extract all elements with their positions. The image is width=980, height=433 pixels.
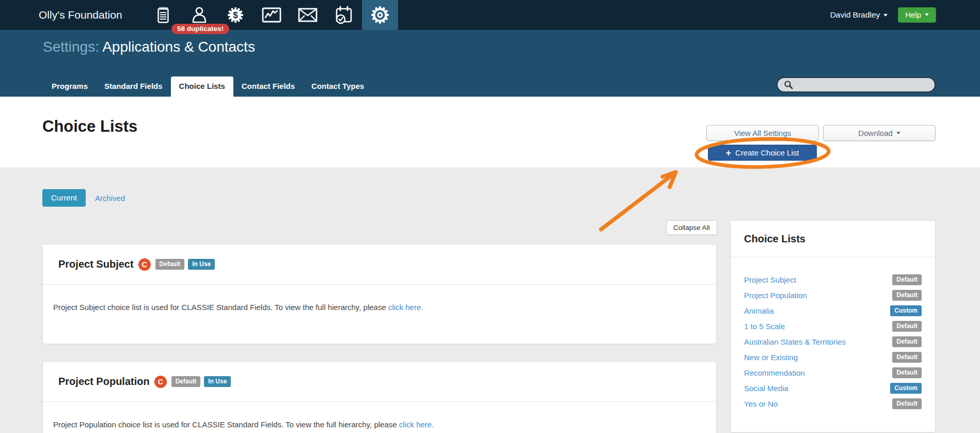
tab-contact-types[interactable]: Contact Types (303, 76, 372, 97)
applications-icon (154, 5, 172, 25)
in-use-badge: In Use (188, 259, 215, 270)
list-item: New or Existing Default (744, 349, 922, 365)
nav-item-tasks[interactable] (326, 0, 362, 30)
sidebar-item-recommendation[interactable]: Recommendation (744, 368, 805, 377)
current-filter-button[interactable]: Current (42, 189, 86, 207)
svg-text:$: $ (233, 10, 238, 20)
panel-title[interactable]: Project Population (58, 376, 150, 388)
app-window: Olly's Foundation (0, 0, 980, 433)
in-use-badge: In Use (204, 376, 231, 387)
contacts-icon (189, 5, 209, 25)
tasks-icon (334, 5, 354, 25)
settings-title-main: Applications & Contacts (102, 39, 255, 55)
default-badge: Default (155, 259, 185, 270)
settings-tabs: Programs Standard Fields Choice Lists Co… (43, 76, 372, 97)
sidebar-item-1-to-5-scale[interactable]: 1 to 5 Scale (744, 322, 785, 331)
panel-heading: Project Population C Default In Use (43, 362, 716, 402)
choice-list-panel-project-population: Project Population C Default In Use Proj… (42, 361, 717, 433)
settings-subheader: Settings: Applications & Contacts Progra… (0, 30, 980, 97)
download-label: Download (858, 129, 893, 137)
tab-programs[interactable]: Programs (43, 76, 96, 97)
panel-body-text: Project Population choice list is used f… (53, 420, 397, 429)
list-item: Project Subject Default (744, 272, 922, 287)
chevron-down-icon (883, 14, 888, 17)
panel-heading: Project Subject C Default In Use (43, 244, 716, 285)
sidebar-item-animalia[interactable]: Animalia (744, 306, 774, 315)
list-item: Animalia Custom (744, 303, 922, 318)
classie-badge-icon: C (138, 258, 151, 271)
status-badge: Default (892, 367, 922, 378)
list-item: Project Population Default (744, 287, 922, 303)
download-button[interactable]: Download (823, 125, 936, 141)
click-here-link[interactable]: click here. (399, 420, 434, 429)
create-choice-list-label: Create Choice List (735, 148, 799, 157)
page-title: Settings: Applications & Contacts (43, 39, 255, 55)
choice-lists-sidebar: Choice Lists Project Subject Default Pro… (730, 220, 936, 432)
navbar-right: David Bradley Help (830, 0, 936, 30)
click-here-link[interactable]: click here. (388, 303, 423, 312)
list-item: Social Media Custom (744, 380, 922, 396)
create-choice-list-button[interactable]: + Create Choice List (708, 145, 817, 161)
status-badge: Default (892, 398, 922, 409)
status-badge: Custom (890, 383, 922, 394)
tab-standard-fields[interactable]: Standard Fields (96, 76, 171, 97)
user-name: David Bradley (830, 10, 880, 20)
top-navbar: Olly's Foundation (0, 0, 980, 30)
panel-body-text: Project Subject choice list is used for … (53, 303, 386, 312)
sidebar-item-project-population[interactable]: Project Population (744, 291, 807, 300)
status-badge: Default (892, 321, 922, 332)
choice-lists-heading: Choice Lists (42, 117, 137, 136)
sidebar-list: Project Subject Default Project Populati… (731, 257, 935, 411)
payments-icon: $ (226, 5, 245, 25)
classie-badge-icon: C (154, 376, 167, 388)
plus-icon: + (726, 148, 732, 158)
tab-contact-fields[interactable]: Contact Fields (233, 76, 303, 97)
nav-item-reports[interactable] (254, 0, 290, 30)
chevron-down-icon (896, 132, 900, 134)
sidebar-item-social-media[interactable]: Social Media (744, 384, 788, 393)
sidebar-item-project-subject[interactable]: Project Subject (744, 275, 796, 284)
page-header-band: Choice Lists View All Settings Download … (0, 97, 980, 167)
settings-title-prefix: Settings: (43, 39, 99, 55)
help-label: Help (905, 10, 921, 19)
sidebar-item-australian-states[interactable]: Australian States & Territories (744, 337, 846, 346)
view-all-settings-button[interactable]: View All Settings (706, 125, 819, 141)
search-input[interactable] (797, 81, 928, 89)
panel-title[interactable]: Project Subject (58, 258, 134, 270)
archived-filter-link[interactable]: Archived (95, 194, 125, 203)
mail-icon (297, 7, 318, 23)
duplicates-badge[interactable]: 58 duplicates! (171, 24, 229, 34)
status-badge: Custom (890, 305, 922, 316)
sidebar-title: Choice Lists (731, 221, 935, 257)
status-badge: Default (892, 352, 922, 363)
list-item: Yes or No Default (744, 396, 922, 411)
brand-name: Olly's Foundation (39, 0, 122, 30)
user-menu[interactable]: David Bradley (830, 10, 888, 20)
status-badge: Default (892, 290, 922, 301)
reports-icon (261, 6, 282, 24)
help-button[interactable]: Help (898, 7, 936, 23)
choice-list-panel-project-subject: Project Subject C Default In Use Project… (42, 244, 717, 344)
settings-gear-icon (370, 5, 390, 25)
chevron-down-icon (925, 13, 929, 16)
status-filter: Current Archived (42, 189, 125, 207)
status-badge: Default (892, 336, 922, 347)
nav-item-settings[interactable] (362, 0, 398, 30)
nav-item-mail[interactable] (290, 0, 326, 30)
header-actions: View All Settings Download + Create Choi… (706, 125, 936, 161)
status-badge: Default (892, 274, 922, 285)
panel-body: Project Subject choice list is used for … (43, 285, 716, 330)
default-badge: Default (171, 376, 201, 387)
tab-choice-lists[interactable]: Choice Lists (171, 76, 233, 97)
list-item: 1 to 5 Scale Default (744, 318, 922, 334)
list-item: Recommendation Default (744, 365, 922, 380)
list-item: Australian States & Territories Default (744, 334, 922, 349)
collapse-all-button[interactable]: Collapse All (666, 220, 717, 235)
panel-body: Project Population choice list is used f… (43, 402, 716, 433)
search-icon (784, 80, 793, 89)
content-area: Current Archived Collapse All Project Su… (0, 167, 980, 433)
search-box[interactable] (777, 77, 936, 92)
sidebar-item-yes-or-no[interactable]: Yes or No (744, 399, 778, 408)
sidebar-item-new-or-existing[interactable]: New or Existing (744, 353, 798, 362)
